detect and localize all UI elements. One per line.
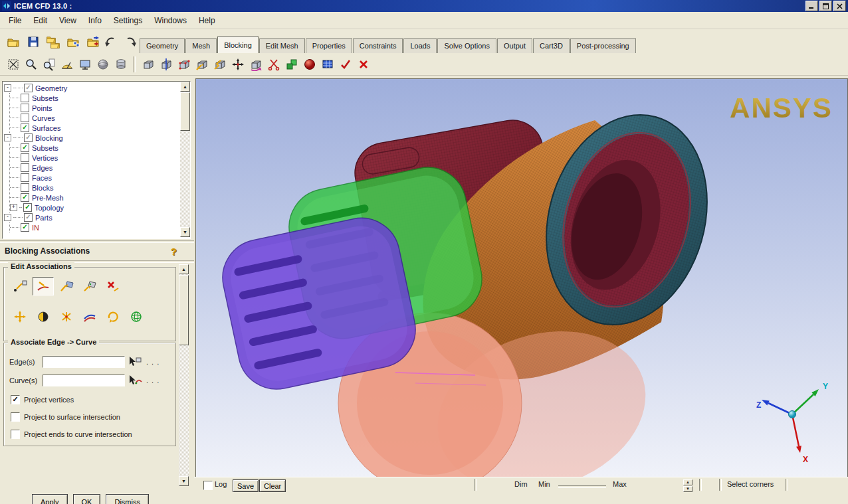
close-button[interactable] [833, 1, 846, 11]
project-surface-intersection-checkbox[interactable] [11, 412, 20, 422]
tree-node-blocks[interactable]: Blocks [10, 183, 179, 193]
tree-node-surfaces[interactable]: Surfaces [10, 123, 179, 133]
tree-checkbox[interactable] [23, 203, 32, 212]
auto-associate-icon[interactable] [56, 307, 77, 326]
tab-constraints[interactable]: Constraints [353, 38, 403, 53]
viewport-3d[interactable]: ANSYS [195, 78, 848, 478]
spin-up-icon[interactable]: ▲ [683, 479, 692, 485]
tree-node-geometry[interactable]: Geometry [4, 83, 179, 93]
mesh-display-icon[interactable] [318, 55, 336, 73]
associate-edge-to-curve-icon[interactable] [33, 277, 54, 295]
edit-edge-icon[interactable] [193, 55, 211, 73]
tree-node-vertices[interactable]: Vertices [10, 153, 179, 163]
select-corners-label[interactable]: Select corners [727, 480, 774, 488]
scroll-down-icon[interactable]: ▼ [180, 227, 190, 237]
tree-expander-icon[interactable] [10, 204, 17, 211]
measure-angle-icon[interactable] [58, 55, 76, 73]
tree-expander-icon[interactable] [4, 134, 11, 141]
pre-mesh-quality-icon[interactable] [300, 55, 318, 73]
tree-checkbox[interactable] [21, 114, 29, 122]
menu-view[interactable]: View [53, 13, 82, 29]
tab-cart3d[interactable]: Cart3D [533, 38, 570, 53]
tree-node-parts[interactable]: Parts [4, 212, 179, 222]
menu-file[interactable]: File [3, 13, 27, 29]
copy-project-icon[interactable] [44, 33, 62, 50]
zoom-selection-icon[interactable] [40, 55, 58, 73]
tree-checkbox[interactable] [21, 163, 29, 172]
fit-window-icon[interactable] [4, 55, 22, 73]
log-checkbox[interactable] [203, 481, 213, 490]
redo-icon[interactable] [122, 33, 140, 50]
tree-checkbox[interactable] [21, 104, 29, 112]
tree-node-part-in[interactable]: IN [10, 222, 179, 232]
edges-more-button[interactable]: . . . [145, 357, 161, 367]
tree-node-pre-mesh[interactable]: Pre-Mesh [10, 193, 179, 203]
scrollbar-thumb[interactable] [180, 92, 190, 131]
scrollbar-thumb[interactable] [179, 275, 189, 345]
tab-properties[interactable]: Properties [306, 38, 352, 53]
scroll-up-icon[interactable]: ▲ [180, 82, 190, 92]
tab-geometry[interactable]: Geometry [140, 38, 185, 53]
curves-more-button[interactable]: . . . [145, 375, 161, 386]
snap-project-vertices-icon[interactable] [33, 307, 54, 326]
tree-expander-icon[interactable] [4, 84, 11, 92]
tree-checkbox[interactable] [24, 213, 33, 222]
create-block-icon[interactable] [139, 55, 157, 73]
isometric-view-icon[interactable] [94, 55, 112, 73]
tree-checkbox[interactable] [21, 173, 29, 182]
apply-button[interactable]: Apply [32, 494, 68, 504]
menu-help[interactable]: Help [193, 13, 221, 29]
associate-edge-to-surface-icon[interactable] [56, 277, 77, 295]
edit-vertex-icon[interactable] [175, 55, 193, 73]
tree-checkbox[interactable] [24, 84, 33, 92]
associate-face-to-surface-icon[interactable] [79, 277, 100, 295]
ok-button[interactable]: OK [73, 494, 101, 504]
tree-checkbox[interactable] [21, 153, 29, 162]
tree-node-curves[interactable]: Curves [10, 113, 179, 123]
delete-block-icon[interactable] [354, 55, 372, 73]
move-association-icon[interactable] [9, 307, 31, 326]
tree-node-points[interactable]: Points [10, 103, 179, 113]
disassociate-from-geometry-icon[interactable] [102, 277, 124, 295]
menu-info[interactable]: Info [82, 13, 108, 29]
associate-icon[interactable] [211, 55, 229, 73]
update-associations-icon[interactable] [79, 307, 100, 326]
menu-edit[interactable]: Edit [27, 13, 53, 29]
scroll-up-icon[interactable]: ▲ [179, 264, 189, 274]
spin-down-icon[interactable]: ▼ [683, 486, 692, 492]
tab-edit-mesh[interactable]: Edit Mesh [259, 38, 305, 53]
tab-loads[interactable]: Loads [403, 38, 437, 53]
project-options-icon[interactable] [64, 33, 82, 50]
open-project-icon[interactable] [4, 33, 22, 50]
project-ends-curve-intersection-checkbox[interactable] [11, 430, 20, 439]
tree-node-edges[interactable]: Edges [10, 163, 179, 173]
undo-icon[interactable] [101, 33, 119, 50]
transform-blocks-icon[interactable] [247, 55, 265, 73]
menu-windows[interactable]: Windows [148, 13, 193, 29]
tree-node-blk-subsets[interactable]: Subsets [10, 143, 179, 153]
edges-input[interactable] [43, 356, 125, 368]
move-vertex-icon[interactable] [229, 55, 247, 73]
minimize-button[interactable] [805, 1, 818, 11]
tree-scrollbar[interactable]: ▲ ▼ [180, 82, 190, 237]
tree-node-blocking[interactable]: Blocking [4, 133, 179, 143]
tree-checkbox[interactable] [24, 133, 33, 142]
check-mesh-icon[interactable] [336, 55, 354, 73]
tab-blocking[interactable]: Blocking [217, 36, 259, 54]
tree-checkbox[interactable] [21, 193, 29, 202]
save-project-icon[interactable] [24, 33, 42, 50]
tree-node-geo-subsets[interactable]: Subsets [10, 93, 179, 103]
maximize-button[interactable] [819, 1, 832, 11]
scroll-down-icon[interactable]: ▼ [179, 476, 189, 486]
title-bar[interactable]: ICEM CFD 13.0 : [0, 0, 848, 12]
tab-output[interactable]: Output [497, 38, 532, 53]
value-spinner[interactable]: ▲▼ [683, 479, 692, 491]
reset-associations-icon[interactable] [102, 307, 124, 326]
zoom-window-icon[interactable] [22, 55, 40, 73]
tree-expander-icon[interactable] [4, 214, 11, 221]
tree-checkbox[interactable] [21, 183, 29, 192]
local-coords-icon[interactable] [112, 55, 130, 73]
split-block-icon[interactable] [157, 55, 175, 73]
tree-checkbox[interactable] [21, 94, 29, 102]
tab-mesh[interactable]: Mesh [185, 38, 217, 53]
